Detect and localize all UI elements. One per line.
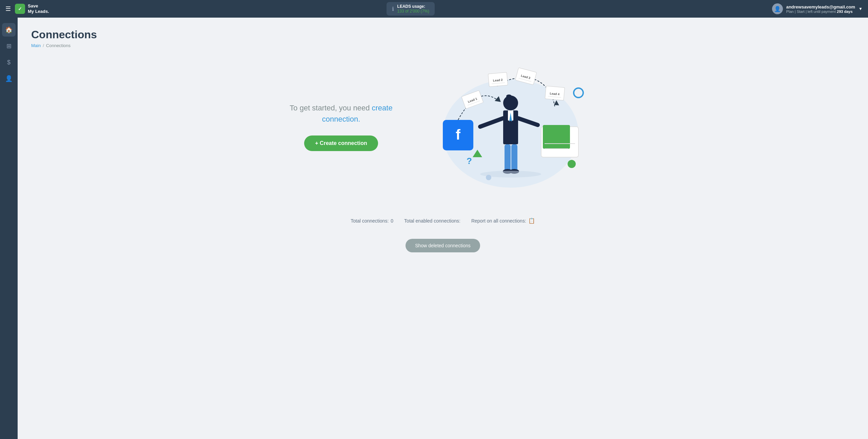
leads-usage-value: 133 of 2'000 (7%) <box>397 9 429 14</box>
report-icon[interactable]: 📋 <box>528 217 535 224</box>
svg-rect-4 <box>543 125 570 149</box>
total-connections-label: Total connections: <box>351 218 389 224</box>
report-stat: Report on all connections: 📋 <box>471 217 535 224</box>
page-title: Connections <box>31 28 854 41</box>
total-connections-value: 0 <box>391 218 393 224</box>
svg-point-23 <box>506 95 512 98</box>
illustration: f <box>422 59 599 194</box>
create-connection-button[interactable]: + Create connection <box>304 135 378 151</box>
leads-usage-widget[interactable]: ℹ LEADS usage: 133 of 2'000 (7%) <box>387 2 435 16</box>
hero-text: To get started, you need create connecti… <box>287 102 395 151</box>
total-enabled-stat: Total enabled connections: <box>404 218 460 224</box>
illustration-svg: f <box>422 59 599 194</box>
sidebar-item-account[interactable]: 👤 <box>2 72 16 85</box>
user-email: andrewsavemyleads@gmail.com <box>786 4 855 9</box>
hero-section: To get started, you need create connecti… <box>31 59 854 194</box>
user-menu[interactable]: 👤 andrewsavemyleads@gmail.com Plan | Sta… <box>772 3 863 14</box>
main-content: Connections Main / Connections To get st… <box>18 18 868 439</box>
footer-stats: Total connections: 0 Total enabled conne… <box>31 211 854 231</box>
total-enabled-label: Total enabled connections: <box>404 218 460 224</box>
sidebar-item-billing[interactable]: $ <box>2 56 16 69</box>
topbar: ☰ ✓ Save My Leads. ℹ LEADS usage: 133 of… <box>0 0 868 18</box>
leads-usage-label: LEADS usage: <box>397 4 429 9</box>
svg-point-35 <box>574 88 583 98</box>
breadcrumb: Main / Connections <box>31 43 854 48</box>
sidebar-item-connections[interactable]: ⊞ <box>2 39 16 53</box>
sidebar-item-home[interactable]: 🏠 <box>2 23 16 37</box>
svg-text:?: ? <box>467 156 472 166</box>
breadcrumb-current: Connections <box>46 43 71 48</box>
report-label: Report on all connections: <box>471 218 526 224</box>
svg-point-36 <box>568 160 576 168</box>
total-connections-stat: Total connections: 0 <box>351 218 393 224</box>
info-icon: ℹ <box>392 6 394 12</box>
svg-point-38 <box>486 175 491 180</box>
logo-icon: ✓ <box>15 4 25 14</box>
logo-text: Save My Leads. <box>28 3 49 14</box>
svg-rect-29 <box>505 144 511 171</box>
show-deleted-button[interactable]: Show deleted connections <box>406 239 480 252</box>
user-details: andrewsavemyleads@gmail.com Plan | Start… <box>786 4 855 14</box>
svg-point-22 <box>503 96 518 110</box>
sidebar: 🏠 ⊞ $ 👤 <box>0 18 18 439</box>
leads-usage-info: LEADS usage: 133 of 2'000 (7%) <box>397 4 429 14</box>
topbar-center: ℹ LEADS usage: 133 of 2'000 (7%) <box>49 2 772 16</box>
logo[interactable]: ✓ Save My Leads. <box>15 3 49 14</box>
hero-headline: To get started, you need create connecti… <box>287 102 395 125</box>
user-plan: Plan | Start | left until payment 293 da… <box>786 9 855 14</box>
breadcrumb-separator: / <box>43 43 44 48</box>
breadcrumb-main-link[interactable]: Main <box>31 43 41 48</box>
menu-icon[interactable]: ☰ <box>5 5 11 13</box>
svg-text:f: f <box>456 127 461 143</box>
topbar-right: 👤 andrewsavemyleads@gmail.com Plan | Sta… <box>772 3 863 14</box>
main-layout: 🏠 ⊞ $ 👤 Connections Main / Connections T… <box>0 18 868 439</box>
svg-rect-30 <box>511 144 517 171</box>
user-avatar: 👤 <box>772 3 783 14</box>
topbar-left: ☰ ✓ Save My Leads. <box>5 3 49 14</box>
chevron-down-icon: ▼ <box>859 6 863 11</box>
